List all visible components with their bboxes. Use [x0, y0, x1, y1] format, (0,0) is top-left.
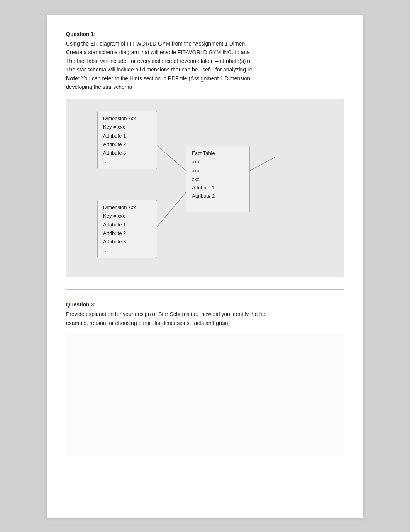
dimension-box-top: Dimension xxx Key = xxx Attribute 1 Attr…	[97, 111, 157, 169]
question3-body-line2: example, reason for choosing particular …	[66, 320, 230, 326]
dim-top-title: Dimension xxx	[103, 114, 151, 123]
svg-line-0	[157, 146, 186, 171]
dim-bottom-title: Dimension xxx	[103, 203, 151, 212]
svg-line-1	[157, 192, 186, 227]
fact-row1: xxx	[192, 158, 244, 166]
question1-title: Question 1:	[66, 31, 344, 37]
question3-section: Question 3: Provide explanation for your…	[66, 301, 344, 456]
page-container: Question 1: Using the ER-diagram of FIT-…	[47, 15, 363, 518]
question1-line4: The star schema will include all dimensi…	[66, 66, 252, 73]
question1-line1: Using the ER-diagram of FIT-WORLD GYM fr…	[66, 41, 245, 47]
question1-body: Using the ER-diagram of FIT-WORLD GYM fr…	[66, 39, 344, 91]
diagram-inner: Dimension xxx Key = xxx Attribute 1 Attr…	[74, 111, 336, 265]
fact-title: Fact Table	[192, 149, 244, 158]
dim-bottom-key: Key = xxx	[103, 212, 151, 220]
dim-top-attr2: Attribute 2	[103, 140, 151, 149]
dim-top-key: Key = xxx	[103, 123, 151, 131]
question1-section: Question 1: Using the ER-diagram of FIT-…	[66, 31, 344, 277]
fact-attr2: Attribute 2	[192, 192, 244, 201]
dim-top-attr3: Attribute 3	[103, 149, 151, 157]
diagram-area: Dimension xxx Key = xxx Attribute 1 Attr…	[66, 99, 344, 277]
question1-note-label: Note:	[66, 75, 80, 82]
question1-line3: The fact table will include: for every i…	[66, 58, 250, 64]
fact-attr1: Attribute 1	[192, 184, 244, 192]
dim-top-attr1: Attribute 1	[103, 132, 151, 140]
svg-line-2	[250, 157, 275, 171]
question3-title: Question 3:	[66, 301, 344, 308]
dim-bottom-ellipsis: …	[103, 246, 151, 255]
fact-row3: xxx	[192, 175, 244, 184]
dim-top-ellipsis: …	[103, 157, 151, 166]
dimension-box-bottom: Dimension xxx Key = xxx Attribute 1 Attr…	[97, 200, 157, 258]
question1-note-text: You can refer to the Hints section in PD…	[80, 75, 250, 82]
question3-body: Provide explanation for your design of S…	[66, 310, 344, 327]
fact-ellipsis: …	[192, 201, 244, 209]
question1-line2: Create a star schema diagram that will e…	[66, 49, 250, 55]
section-divider	[66, 289, 344, 290]
fact-table-box: Fact Table xxx xxx xxx Attribute 1 Attri…	[186, 146, 250, 212]
dim-bottom-attr2: Attribute 2	[103, 229, 151, 238]
answer-area[interactable]	[66, 333, 344, 456]
fact-row2: xxx	[192, 167, 244, 175]
dim-bottom-attr3: Attribute 3	[103, 238, 151, 246]
dim-bottom-attr1: Attribute 1	[103, 221, 151, 229]
question3-body-line1: Provide explanation for your design of S…	[66, 311, 266, 317]
question1-note-continuation: developing the star schema	[66, 84, 132, 90]
